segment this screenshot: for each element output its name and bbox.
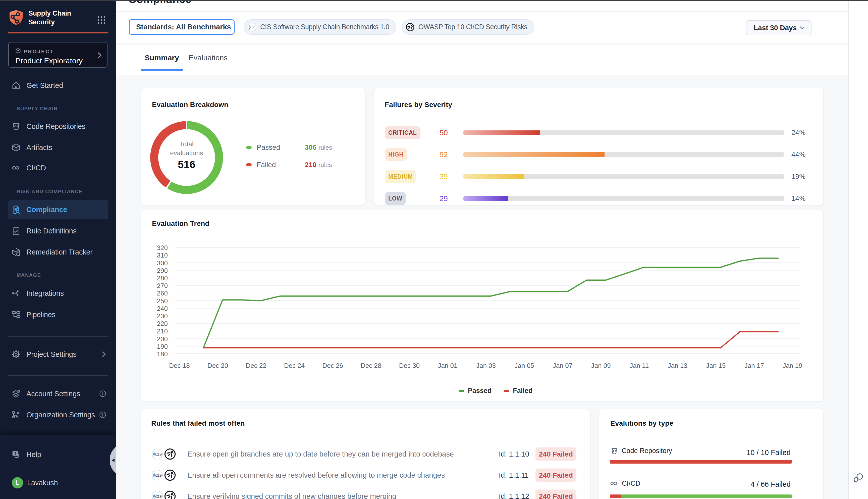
sidebar-item-code-repositories[interactable]: Code Repositories (8, 118, 108, 135)
svg-text:280: 280 (157, 275, 168, 282)
svg-text:Dec 30: Dec 30 (399, 362, 420, 369)
type-name: CI/CD (622, 480, 641, 487)
trend-legend-passed[interactable]: Passed (459, 387, 492, 395)
sidebar-item-account-settings[interactable]: Account Settings (8, 385, 108, 402)
rule-failed-badge: 240 Failed (535, 490, 576, 499)
date-range-select[interactable]: Last 30 Days (746, 20, 811, 35)
rule-text: Ensure verifying signed commits of new c… (187, 492, 396, 499)
benchmark-chip-owasp[interactable]: OWASP Top 10 CI/CD Security Risks (402, 19, 534, 35)
severity-count: 29 (428, 194, 448, 203)
sidebar-item-label: Integrations (26, 289, 64, 297)
sidebar: Supply Chain Security PROJECT Product Ex… (0, 1, 116, 499)
svg-text:Dec 28: Dec 28 (361, 362, 381, 369)
severity-bar-track (463, 174, 784, 179)
failed-bar-segment (610, 495, 621, 498)
severity-bar-track (463, 130, 784, 135)
sidebar-item-pipelines[interactable]: Pipelines (8, 306, 108, 323)
tab-label: Summary (145, 53, 179, 62)
legend-name: Failed (513, 387, 532, 395)
avatar: L (12, 477, 23, 488)
benchmark-chip-cis[interactable]: CIS CIS Software Supply Chain Benchmarks… (244, 19, 396, 35)
svg-text:Dec 18: Dec 18 (169, 362, 190, 369)
infinity-icon (610, 479, 618, 488)
severity-count: 50 (428, 129, 448, 137)
sidebar-item-organization-settings[interactable]: Organization Settings (8, 406, 108, 423)
sidebar-divider (8, 337, 108, 337)
type-name: Code Repository (622, 447, 672, 455)
sidebar-item-compliance[interactable]: Compliance (8, 200, 108, 219)
svg-text:Jan 09: Jan 09 (591, 362, 611, 369)
failed-line-marker (504, 390, 509, 392)
sidebar-user[interactable]: L Lavakush (8, 474, 108, 491)
user-name: Lavakush (27, 479, 58, 487)
code-repository-bar (610, 460, 792, 464)
rule-row[interactable]: CISEnsure all open comments are resolved… (141, 467, 590, 483)
brand-line2: Security (28, 18, 71, 27)
svg-text:Jan 03: Jan 03 (476, 362, 496, 369)
evaluations-by-type-card: Evalutions by type Code Repository 10 / … (599, 409, 824, 499)
sidebar-item-label: Account Settings (26, 390, 80, 398)
trend-legend: Passed Failed (154, 387, 836, 395)
svg-text:250: 250 (157, 297, 168, 305)
sidebar-item-integrations[interactable]: Integrations (8, 285, 108, 302)
sidebar-item-label: Organization Settings (26, 411, 95, 419)
rule-row[interactable]: CISEnsure verifying signed commits of ne… (141, 489, 590, 499)
section-header-supply-chain: SUPPLY CHAIN (16, 106, 58, 112)
rule-benchmark-logos: CIS (152, 490, 176, 499)
standards-select-value: Standards: All Benchmarks (136, 23, 231, 31)
page-header: Compliance (116, 1, 848, 11)
failed-marker (246, 163, 252, 166)
cicd-bar (610, 495, 792, 498)
type-row-value: 4 / 66 Failed (751, 480, 791, 488)
sidebar-item-label: Get Started (26, 82, 63, 90)
passed-bar-segment (621, 495, 792, 498)
sidebar-item-project-settings[interactable]: Project Settings (8, 346, 108, 363)
svg-text:200: 200 (157, 335, 168, 343)
cis-logo: CIS (152, 449, 163, 460)
sidebar-item-artifacts[interactable]: Artifacts (8, 139, 108, 156)
active-tab-underline (141, 69, 183, 71)
severity-badge: MEDIUM (385, 170, 417, 183)
tab-summary[interactable]: Summary (141, 53, 183, 75)
chevron-down-icon (800, 26, 804, 29)
help-chat-icon: ? (12, 450, 21, 459)
severity-badge: LOW (385, 192, 406, 205)
svg-text:Jan 13: Jan 13 (668, 362, 687, 369)
layers-gear-icon (12, 389, 21, 398)
section-header-manage: MANAGE (16, 272, 41, 278)
trend-legend-failed[interactable]: Failed (504, 387, 532, 395)
svg-text:Jan 19: Jan 19 (783, 362, 802, 369)
legend-name: Failed (257, 161, 296, 169)
brand-name: Supply Chain Security (28, 9, 71, 27)
sidebar-item-rule-definitions[interactable]: Rule Definitions (8, 222, 108, 240)
rules-failed-card: Rules that failed most often CISEnsure o… (141, 409, 591, 499)
svg-text:270: 270 (157, 282, 168, 290)
code-repository-icon (610, 447, 618, 455)
infinity-icon (12, 163, 21, 172)
standards-select[interactable]: Standards: All Benchmarks (129, 19, 235, 35)
compliance-document-icon (12, 205, 21, 214)
severity-count: 92 (428, 150, 448, 159)
sidebar-item-help[interactable]: ? Help (8, 446, 108, 463)
tab-evaluations[interactable]: Evaluations (185, 53, 232, 75)
legend-unit: rules (319, 161, 332, 169)
info-icon[interactable] (99, 390, 106, 397)
donut-center-total: 516 (158, 159, 215, 171)
type-row-value: 10 / 10 Failed (746, 449, 791, 457)
project-switcher[interactable]: PROJECT Product Exploratory (8, 42, 108, 68)
tab-bar: Summary Evaluations (116, 45, 848, 75)
svg-text:CIS: CIS (155, 494, 162, 499)
chat-widget-icon[interactable] (853, 472, 864, 483)
svg-text:310: 310 (157, 252, 168, 259)
cis-logo: CIS (248, 23, 256, 32)
sidebar-item-get-started[interactable]: Get Started (8, 77, 108, 94)
sidebar-item-cicd[interactable]: CI/CD (8, 159, 108, 177)
chip-label: CIS Software Supply Chain Benchmarks 1.0 (260, 23, 389, 31)
sidebar-item-remediation-tracker[interactable]: Remediation Tracker (8, 243, 108, 260)
sidebar-item-label: CI/CD (26, 164, 46, 172)
info-icon[interactable] (99, 412, 106, 418)
svg-text:240: 240 (157, 305, 168, 312)
app-launcher-grid-icon[interactable] (97, 15, 106, 25)
rule-benchmark-logos: CIS (152, 448, 176, 460)
rule-row[interactable]: CISEnsure open git branches are up to da… (141, 447, 590, 462)
